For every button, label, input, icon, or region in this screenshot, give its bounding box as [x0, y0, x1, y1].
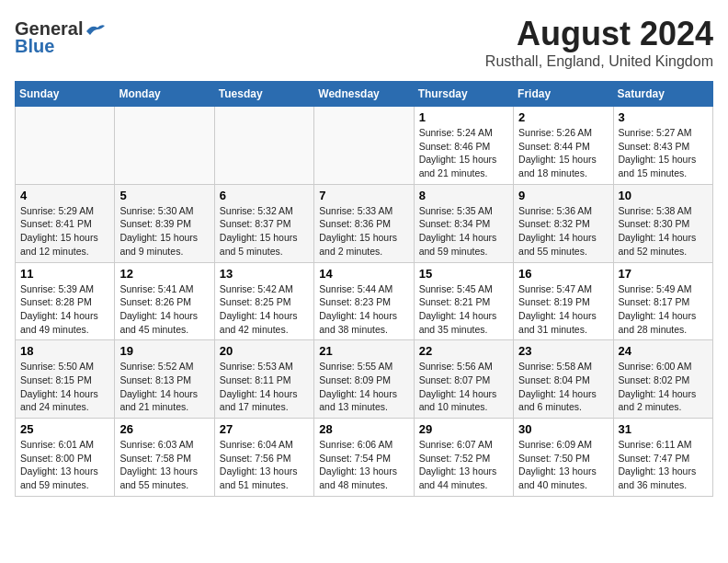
day-number: 25 — [20, 422, 109, 436]
calendar-header: August 2024 Rusthall, England, United Ki… — [15, 15, 713, 70]
calendar-cell: 3Sunrise: 5:27 AMSunset: 8:43 PMDaylight… — [613, 107, 712, 185]
day-number: 20 — [220, 344, 309, 358]
calendar-cell — [314, 107, 414, 185]
day-number: 31 — [619, 422, 708, 436]
day-info: Sunrise: 5:56 AMSunset: 8:07 PMDaylight:… — [419, 360, 508, 414]
calendar-week-3: 11Sunrise: 5:39 AMSunset: 8:28 PMDayligh… — [16, 262, 713, 340]
calendar-cell: 15Sunrise: 5:45 AMSunset: 8:21 PMDayligh… — [414, 262, 513, 340]
day-number: 27 — [220, 422, 309, 436]
calendar-cell: 20Sunrise: 5:53 AMSunset: 8:11 PMDayligh… — [214, 340, 313, 419]
day-info: Sunrise: 6:07 AMSunset: 7:52 PMDaylight:… — [419, 438, 508, 492]
calendar-cell: 10Sunrise: 5:38 AMSunset: 8:30 PMDayligh… — [613, 184, 712, 262]
day-number: 22 — [419, 344, 508, 358]
day-info: Sunrise: 6:01 AMSunset: 8:00 PMDaylight:… — [20, 438, 109, 492]
day-info: Sunrise: 5:36 AMSunset: 8:32 PMDaylight:… — [518, 204, 608, 259]
calendar-cell: 8Sunrise: 5:35 AMSunset: 8:34 PMDaylight… — [414, 184, 513, 262]
day-number: 8 — [419, 189, 508, 202]
calendar-cell: 4Sunrise: 5:29 AMSunset: 8:41 PMDaylight… — [16, 184, 115, 262]
calendar-week-4: 18Sunrise: 5:50 AMSunset: 8:15 PMDayligh… — [16, 340, 713, 419]
day-info: Sunrise: 6:11 AMSunset: 7:47 PMDaylight:… — [619, 438, 708, 492]
day-info: Sunrise: 5:55 AMSunset: 8:09 PMDaylight:… — [319, 360, 408, 414]
calendar-cell: 14Sunrise: 5:44 AMSunset: 8:23 PMDayligh… — [314, 262, 414, 340]
day-info: Sunrise: 5:27 AMSunset: 8:43 PMDaylight:… — [619, 126, 708, 180]
day-info: Sunrise: 6:04 AMSunset: 7:56 PMDaylight:… — [220, 438, 309, 492]
day-info: Sunrise: 5:41 AMSunset: 8:26 PMDaylight:… — [119, 282, 209, 337]
day-number: 5 — [119, 189, 209, 202]
day-info: Sunrise: 5:39 AMSunset: 8:28 PMDaylight:… — [20, 282, 109, 337]
day-info: Sunrise: 5:30 AMSunset: 8:39 PMDaylight:… — [119, 204, 209, 259]
calendar-cell: 19Sunrise: 5:52 AMSunset: 8:13 PMDayligh… — [115, 340, 214, 419]
col-header-friday: Friday — [514, 82, 613, 107]
calendar-cell: 29Sunrise: 6:07 AMSunset: 7:52 PMDayligh… — [414, 419, 513, 497]
day-number: 18 — [20, 344, 109, 358]
day-number: 6 — [220, 189, 309, 202]
day-info: Sunrise: 5:38 AMSunset: 8:30 PMDaylight:… — [619, 204, 708, 259]
logo: General Blue — [15, 18, 105, 57]
page-header: General Blue August 2024 Rusthall, Engla… — [15, 15, 713, 74]
calendar-header-row: SundayMondayTuesdayWednesdayThursdayFrid… — [16, 82, 713, 107]
calendar-cell: 9Sunrise: 5:36 AMSunset: 8:32 PMDaylight… — [514, 184, 613, 262]
day-info: Sunrise: 5:26 AMSunset: 8:44 PMDaylight:… — [518, 126, 608, 180]
day-info: Sunrise: 6:06 AMSunset: 7:54 PMDaylight:… — [319, 438, 408, 492]
day-info: Sunrise: 6:03 AMSunset: 7:58 PMDaylight:… — [119, 438, 209, 492]
day-number: 9 — [518, 189, 608, 202]
day-info: Sunrise: 5:45 AMSunset: 8:21 PMDaylight:… — [419, 282, 508, 337]
day-number: 29 — [419, 422, 508, 436]
day-info: Sunrise: 5:53 AMSunset: 8:11 PMDaylight:… — [220, 360, 309, 414]
day-info: Sunrise: 5:42 AMSunset: 8:25 PMDaylight:… — [220, 282, 309, 337]
calendar-cell — [16, 107, 115, 185]
calendar-cell: 31Sunrise: 6:11 AMSunset: 7:47 PMDayligh… — [613, 419, 712, 497]
day-number: 21 — [319, 344, 408, 358]
day-info: Sunrise: 5:50 AMSunset: 8:15 PMDaylight:… — [20, 360, 109, 414]
calendar-table: SundayMondayTuesdayWednesdayThursdayFrid… — [15, 81, 713, 497]
calendar-cell: 5Sunrise: 5:30 AMSunset: 8:39 PMDaylight… — [115, 184, 214, 262]
day-number: 23 — [518, 344, 608, 358]
calendar-subtitle: Rusthall, England, United Kingdom — [15, 53, 713, 70]
calendar-week-5: 25Sunrise: 6:01 AMSunset: 8:00 PMDayligh… — [16, 419, 713, 497]
calendar-cell: 30Sunrise: 6:09 AMSunset: 7:50 PMDayligh… — [514, 419, 613, 497]
calendar-cell: 22Sunrise: 5:56 AMSunset: 8:07 PMDayligh… — [414, 340, 513, 419]
day-number: 7 — [319, 189, 408, 202]
calendar-title: August 2024 — [15, 15, 713, 53]
day-info: Sunrise: 5:44 AMSunset: 8:23 PMDaylight:… — [319, 282, 408, 337]
calendar-cell: 6Sunrise: 5:32 AMSunset: 8:37 PMDaylight… — [214, 184, 313, 262]
day-info: Sunrise: 5:29 AMSunset: 8:41 PMDaylight:… — [20, 204, 109, 259]
day-number: 3 — [619, 110, 708, 124]
col-header-tuesday: Tuesday — [214, 82, 313, 107]
calendar-cell: 27Sunrise: 6:04 AMSunset: 7:56 PMDayligh… — [214, 419, 313, 497]
calendar-cell: 23Sunrise: 5:58 AMSunset: 8:04 PMDayligh… — [514, 340, 613, 419]
calendar-cell: 1Sunrise: 5:24 AMSunset: 8:46 PMDaylight… — [414, 107, 513, 185]
calendar-cell: 18Sunrise: 5:50 AMSunset: 8:15 PMDayligh… — [16, 340, 115, 419]
day-number: 30 — [518, 422, 608, 436]
calendar-cell — [115, 107, 214, 185]
logo-blue: Blue — [15, 36, 54, 57]
calendar-week-2: 4Sunrise: 5:29 AMSunset: 8:41 PMDaylight… — [16, 184, 713, 262]
day-info: Sunrise: 5:47 AMSunset: 8:19 PMDaylight:… — [518, 282, 608, 337]
day-number: 13 — [220, 267, 309, 281]
calendar-week-1: 1Sunrise: 5:24 AMSunset: 8:46 PMDaylight… — [16, 107, 713, 185]
col-header-saturday: Saturday — [613, 82, 712, 107]
calendar-cell: 11Sunrise: 5:39 AMSunset: 8:28 PMDayligh… — [16, 262, 115, 340]
calendar-cell: 25Sunrise: 6:01 AMSunset: 8:00 PMDayligh… — [16, 419, 115, 497]
day-number: 4 — [20, 189, 109, 202]
day-info: Sunrise: 5:52 AMSunset: 8:13 PMDaylight:… — [119, 360, 209, 414]
calendar-cell: 21Sunrise: 5:55 AMSunset: 8:09 PMDayligh… — [314, 340, 414, 419]
day-number: 10 — [619, 189, 708, 202]
day-number: 14 — [319, 267, 408, 281]
calendar-cell: 24Sunrise: 6:00 AMSunset: 8:02 PMDayligh… — [613, 340, 712, 419]
col-header-wednesday: Wednesday — [314, 82, 414, 107]
day-info: Sunrise: 5:32 AMSunset: 8:37 PMDaylight:… — [220, 204, 309, 259]
day-number: 2 — [518, 110, 608, 124]
day-info: Sunrise: 6:09 AMSunset: 7:50 PMDaylight:… — [518, 438, 608, 492]
calendar-cell: 12Sunrise: 5:41 AMSunset: 8:26 PMDayligh… — [115, 262, 214, 340]
day-info: Sunrise: 5:58 AMSunset: 8:04 PMDaylight:… — [518, 360, 608, 414]
day-number: 11 — [20, 267, 109, 281]
day-number: 19 — [119, 344, 209, 358]
day-number: 24 — [619, 344, 708, 358]
col-header-sunday: Sunday — [16, 82, 115, 107]
day-info: Sunrise: 5:35 AMSunset: 8:34 PMDaylight:… — [419, 204, 508, 259]
day-info: Sunrise: 5:49 AMSunset: 8:17 PMDaylight:… — [619, 282, 708, 337]
day-number: 28 — [319, 422, 408, 436]
day-number: 26 — [119, 422, 209, 436]
day-number: 16 — [518, 267, 608, 281]
